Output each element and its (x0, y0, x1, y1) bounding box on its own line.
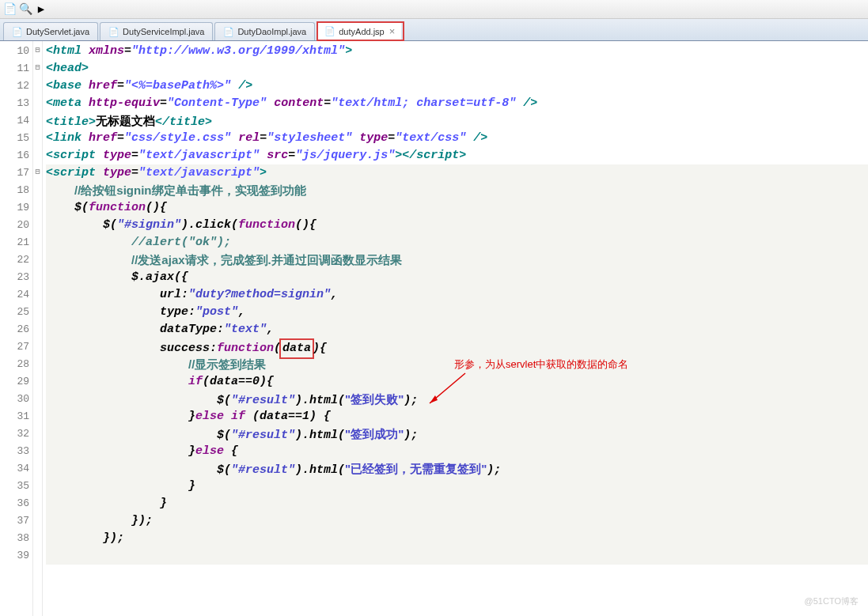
svg-marker-1 (430, 395, 438, 403)
tab-label: DutyServlet.java (26, 27, 89, 36)
toolbar-icon[interactable]: 📄 (3, 3, 16, 16)
line-number: 29 (0, 373, 29, 391)
highlighted-param: data (279, 338, 314, 359)
line-number: 20 (0, 217, 29, 234)
fold-column: ⊟ ⊟ ⊟ (33, 41, 43, 616)
line-number: 27 (0, 338, 29, 356)
java-file-icon: 📄 (223, 26, 234, 37)
line-number: 23 (0, 269, 29, 286)
line-number: 18 (0, 182, 29, 199)
tab-label: DutyDaoImpl.java (237, 27, 306, 36)
line-number: 35 (0, 478, 29, 495)
line-number: 26 (0, 321, 29, 338)
line-number: 10 (0, 43, 29, 60)
tab-label: dutyAdd.jsp (339, 27, 384, 36)
line-number: 33 (0, 443, 29, 460)
jsp-file-icon: 📄 (324, 26, 335, 37)
line-numbers: 10 11 12 13 14 15 16 17 18 19 20 21 22 2… (0, 41, 33, 616)
tab-dutydaoimpl[interactable]: 📄 DutyDaoImpl.java (214, 22, 315, 40)
close-icon[interactable]: × (389, 25, 396, 37)
line-number: 24 (0, 286, 29, 304)
line-number: 11 (0, 60, 29, 77)
annotation-text: 形参，为从servlet中获取的数据的命名 (454, 356, 628, 373)
line-number: 15 (0, 130, 29, 147)
active-tab-highlight: 📄 dutyAdd.jsp × (316, 21, 404, 41)
fold-marker[interactable]: ⊟ (33, 163, 42, 180)
line-number: 34 (0, 460, 29, 478)
arrow-icon (426, 372, 473, 411)
toolbar-icon[interactable]: ▶ (35, 3, 47, 16)
editor-tabs: 📄 DutyServlet.java 📄 DutyServiceImpl.jav… (0, 19, 868, 41)
tab-label: DutyServiceImpl.java (123, 27, 204, 36)
line-number: 30 (0, 391, 29, 408)
fold-marker[interactable]: ⊟ (33, 41, 42, 59)
line-number: 39 (0, 547, 29, 565)
line-number: 36 (0, 495, 29, 512)
line-number: 28 (0, 356, 29, 373)
toolbar-icon[interactable]: 🔍 (19, 3, 32, 16)
code-content[interactable]: <html xmlns="http://www.w3.org/1999/xhtm… (43, 41, 868, 616)
line-number: 17 (0, 164, 29, 182)
line-number: 19 (0, 199, 29, 217)
toolbar: 📄 🔍 ▶ (0, 0, 868, 19)
line-number: 12 (0, 77, 29, 95)
editor-area: 10 11 12 13 14 15 16 17 18 19 20 21 22 2… (0, 41, 868, 616)
line-number: 38 (0, 530, 29, 547)
fold-marker[interactable]: ⊟ (33, 59, 42, 76)
tab-dutyserviceimpl[interactable]: 📄 DutyServiceImpl.java (100, 22, 213, 40)
line-number: 31 (0, 408, 29, 425)
line-number: 16 (0, 147, 29, 164)
line-number: 22 (0, 251, 29, 269)
java-file-icon: 📄 (108, 26, 119, 37)
java-file-icon: 📄 (12, 26, 23, 37)
line-number: 37 (0, 512, 29, 530)
watermark: @51CTO博客 (805, 592, 859, 610)
tab-dutyservlet[interactable]: 📄 DutyServlet.java (3, 22, 98, 40)
line-number: 25 (0, 304, 29, 321)
line-number: 21 (0, 234, 29, 251)
tab-dutyadd-active[interactable]: 📄 dutyAdd.jsp × (318, 23, 401, 40)
line-number: 13 (0, 95, 29, 112)
line-number: 32 (0, 425, 29, 443)
line-number: 14 (0, 112, 29, 130)
